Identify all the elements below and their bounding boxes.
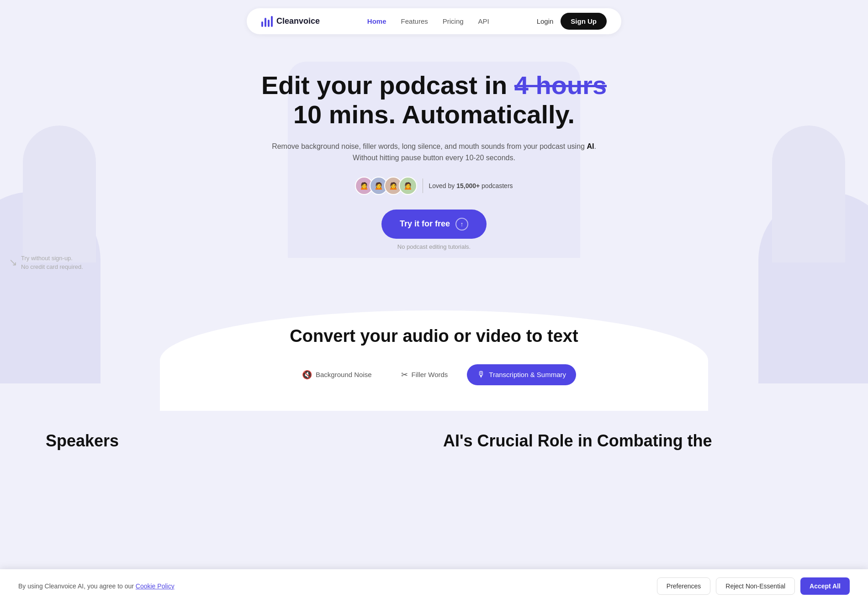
avatar-4: 🙍	[399, 177, 417, 195]
nav-pricing[interactable]: Pricing	[443, 17, 464, 25]
hero-strikethrough: 4 hours	[514, 71, 607, 100]
logo[interactable]: Cleanvoice	[261, 16, 320, 27]
curved-arrow-icon: ↙	[9, 257, 17, 268]
login-button[interactable]: Login	[537, 17, 554, 25]
social-count: 15,000+	[456, 182, 480, 189]
tab-background-noise[interactable]: 🔇 Background Noise	[292, 364, 382, 385]
cookie-buttons: Preferences Reject Non-Essential Accept …	[657, 577, 850, 595]
logo-bar-2	[265, 18, 266, 27]
tab-transcription-label: Transcription & Summary	[489, 371, 566, 378]
tab-background-noise-label: Background Noise	[316, 371, 372, 378]
hero-section: Edit your podcast in 4 hours 10 mins. Au…	[0, 34, 868, 290]
bottom-section: Speakers AI's Crucial Role in Combating …	[0, 404, 868, 496]
filler-words-icon: ✂	[401, 370, 408, 380]
nav-home[interactable]: Home	[367, 17, 386, 25]
cta-button[interactable]: Try it for free ↑	[381, 210, 487, 239]
logo-bar-3	[268, 20, 270, 27]
tab-filler-words-label: Filler Words	[412, 371, 448, 378]
cookie-policy-link[interactable]: Cookie Policy	[136, 582, 175, 590]
hero-ai-text: AI	[587, 142, 594, 150]
hero-subtitle: Remove background noise, filler words, l…	[9, 141, 859, 164]
cookie-text: By using Cleanvoice AI, you agree to our…	[18, 582, 175, 590]
cta-label: Try it for free	[400, 219, 450, 229]
cookie-accept-button[interactable]: Accept All	[800, 577, 850, 595]
nav-api[interactable]: API	[478, 17, 489, 25]
cta-note: No podcast editing tutorials.	[397, 243, 471, 250]
hero-title: Edit your podcast in 4 hours 10 mins. Au…	[9, 71, 859, 130]
feature-tabs: 🔇 Background Noise ✂ Filler Words 🎙 Tran…	[9, 364, 859, 385]
try-without-text: Try without sign-up.No credit card requi…	[21, 254, 83, 272]
cookie-preferences-button[interactable]: Preferences	[657, 577, 710, 595]
cta-arrow-icon: ↑	[455, 218, 468, 231]
background-noise-icon: 🔇	[302, 370, 312, 380]
bottom-left: Speakers	[37, 422, 434, 460]
bottom-right-heading: AI's Crucial Role in Combating the	[443, 431, 822, 451]
tab-filler-words[interactable]: ✂ Filler Words	[391, 364, 458, 385]
avatar-group: 🙍 🙍 🙍 🙍	[355, 177, 417, 195]
transcription-icon: 🎙	[477, 370, 485, 379]
logo-text: Cleanvoice	[276, 16, 320, 26]
social-divider	[423, 178, 423, 193]
cookie-reject-button[interactable]: Reject Non-Essential	[716, 577, 795, 595]
nav-actions: Login Sign Up	[537, 13, 607, 30]
try-without-section: ↙ Try without sign-up.No credit card req…	[9, 254, 859, 272]
hero-title-line1: Edit your podcast in 4 hours	[261, 71, 607, 100]
cookie-banner: By using Cleanvoice AI, you agree to our…	[0, 569, 868, 603]
signup-button[interactable]: Sign Up	[561, 13, 607, 30]
nav-links: Home Features Pricing API	[338, 17, 519, 25]
logo-bar-1	[261, 21, 263, 27]
cta-wrapper: Try it for free ↑ No podcast editing tut…	[9, 210, 859, 250]
nav-features[interactable]: Features	[401, 17, 428, 25]
logo-icon	[261, 16, 273, 27]
hero-social-proof: 🙍 🙍 🙍 🙍 Loved by 15,000+ podcasters	[9, 177, 859, 195]
navbar: Cleanvoice Home Features Pricing API Log…	[247, 8, 621, 34]
hero-title-line2: 10 mins. Automatically.	[293, 100, 575, 129]
navbar-wrapper: Cleanvoice Home Features Pricing API Log…	[0, 0, 868, 34]
cookie-message: By using Cleanvoice AI, you agree to our	[18, 582, 136, 590]
convert-title: Convert your audio or video to text	[9, 326, 859, 346]
bottom-right: AI's Crucial Role in Combating the	[434, 422, 831, 460]
bottom-left-heading: Speakers	[46, 431, 425, 451]
logo-bar-4	[271, 16, 273, 27]
social-text: Loved by 15,000+ podcasters	[429, 182, 513, 189]
convert-section: Convert your audio or video to text 🔇 Ba…	[0, 290, 868, 404]
tab-transcription[interactable]: 🎙 Transcription & Summary	[467, 364, 576, 385]
